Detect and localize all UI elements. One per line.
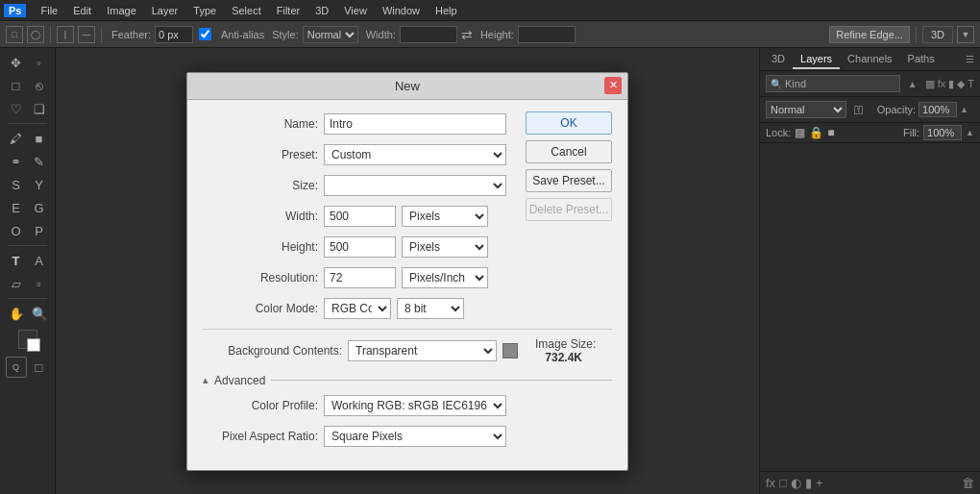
eyedropper-icon[interactable]: 🖍: [6, 128, 27, 149]
bit-depth-select[interactable]: 8 bit 16 bit 32 bit: [397, 298, 464, 319]
menu-layer[interactable]: Layer: [145, 3, 185, 18]
height-unit-select[interactable]: Pixels Inches: [402, 236, 488, 258]
style-select[interactable]: Normal: [303, 26, 358, 43]
fx-icon[interactable]: fx: [938, 78, 946, 90]
type-tool-icon[interactable]: T: [6, 250, 27, 271]
advanced-arrow-icon[interactable]: ▴: [203, 374, 208, 386]
layer-fx-icon[interactable]: fx: [766, 476, 775, 490]
layer-group-icon[interactable]: ▮: [805, 476, 812, 490]
bg-color-swatch[interactable]: [502, 343, 518, 358]
color-profile-select[interactable]: Working RGB: sRGB IEC61966-2.1: [324, 395, 506, 416]
pixel-ratio-label: Pixel Aspect Ratio:: [203, 430, 318, 443]
menu-filter[interactable]: Filter: [270, 3, 306, 18]
type-icon-filter[interactable]: T: [968, 78, 974, 90]
hand-tool-icon[interactable]: ✋: [6, 303, 27, 324]
adjustment-layer-icon[interactable]: ◐: [791, 476, 801, 490]
quick-mask-icon[interactable]: Q: [6, 357, 27, 378]
pixel-icon[interactable]: ▩: [925, 78, 935, 90]
tab-3d[interactable]: 3D: [764, 50, 793, 69]
shape-tool-icon[interactable]: ▱: [6, 273, 27, 294]
3d-dropdown-icon[interactable]: ▼: [957, 26, 974, 43]
tool-separator-1: [9, 123, 47, 124]
width-input[interactable]: [324, 206, 396, 227]
dodge-icon[interactable]: O: [6, 220, 27, 241]
menu-help[interactable]: Help: [429, 3, 464, 18]
pen-tool-icon[interactable]: P: [29, 220, 50, 241]
layer-mask-icon[interactable]: □: [779, 476, 787, 490]
blend-mode-row: Normal ⚿ Opacity: ▲: [760, 97, 980, 123]
lock-all-icon[interactable]: ■: [827, 126, 834, 139]
menu-file[interactable]: File: [34, 3, 64, 18]
tab-channels[interactable]: Channels: [840, 50, 899, 69]
resolution-input[interactable]: [324, 267, 396, 288]
ruler-icon[interactable]: ■: [29, 128, 50, 149]
save-preset-button[interactable]: Save Preset...: [526, 169, 612, 192]
marquee-rect-icon[interactable]: □: [6, 26, 23, 43]
blend-mode-select[interactable]: Normal: [766, 101, 846, 118]
artboard-tool-icon[interactable]: ◦: [29, 52, 50, 73]
lock-position-icon[interactable]: 🔒: [809, 126, 823, 139]
width-unit-select[interactable]: Pixels Inches cm: [402, 206, 488, 227]
fill-arrow[interactable]: ▲: [966, 128, 974, 137]
shape-icon-filter[interactable]: ◆: [957, 78, 965, 90]
eraser-icon[interactable]: E: [6, 197, 27, 218]
move-tool-icon[interactable]: ✥: [6, 52, 27, 73]
menu-select[interactable]: Select: [225, 3, 268, 18]
menu-image[interactable]: Image: [100, 3, 143, 18]
quick-select-icon[interactable]: ♡: [6, 98, 27, 119]
menu-view[interactable]: View: [337, 3, 374, 18]
anti-alias-checkbox[interactable]: [199, 28, 211, 40]
fill-input[interactable]: [923, 125, 962, 140]
menu-edit[interactable]: Edit: [66, 3, 98, 18]
menu-type[interactable]: Type: [186, 3, 223, 18]
menu-window[interactable]: Window: [376, 3, 427, 18]
ok-button[interactable]: OK: [526, 111, 612, 135]
zoom-tool-icon[interactable]: 🔍: [29, 303, 50, 324]
brush-tool-icon[interactable]: ✎: [29, 151, 50, 172]
marquee-tool-icon[interactable]: □: [6, 75, 27, 96]
feather-input[interactable]: [155, 26, 193, 43]
delete-layer-icon[interactable]: 🗑: [962, 476, 974, 490]
crop-tool-icon[interactable]: ❏: [29, 98, 50, 119]
gradient-icon-filter[interactable]: ▮: [948, 78, 954, 90]
image-size-label: Image Size:: [535, 337, 596, 351]
cancel-button[interactable]: Cancel: [526, 140, 612, 163]
menu-3d[interactable]: 3D: [308, 3, 335, 18]
pixel-ratio-select[interactable]: Square Pixels: [324, 426, 506, 447]
path-select-icon[interactable]: A: [29, 250, 50, 271]
color-mode-select[interactable]: RGB Color CMYK Grayscale: [324, 298, 391, 319]
bg-contents-select[interactable]: Transparent White Background Color: [348, 340, 497, 361]
width-input[interactable]: [400, 26, 457, 43]
resolution-unit-select[interactable]: Pixels/Inch Pixels/Cm: [402, 267, 488, 288]
height-input[interactable]: [324, 236, 396, 258]
height-input[interactable]: [518, 26, 576, 43]
marquee-row-icon[interactable]: —: [78, 26, 95, 43]
gradient-icon[interactable]: G: [29, 197, 50, 218]
lock-pixels-icon[interactable]: ▩: [795, 126, 805, 139]
screen-mode-icon[interactable]: □: [29, 357, 50, 378]
delete-preset-button[interactable]: Delete Preset...: [526, 198, 612, 221]
new-layer-icon[interactable]: +: [816, 476, 823, 490]
name-input[interactable]: [324, 113, 506, 135]
clone-stamp-icon[interactable]: S: [6, 174, 27, 195]
size-select[interactable]: [324, 175, 506, 196]
tab-paths[interactable]: Paths: [900, 50, 943, 69]
size-label: Size:: [203, 179, 318, 192]
tab-layers[interactable]: Layers: [793, 50, 840, 69]
lasso-tool-icon[interactable]: ⎋: [29, 75, 50, 96]
history-brush-icon[interactable]: Y: [29, 174, 50, 195]
3d-shape-icon[interactable]: ▫: [29, 273, 50, 294]
healing-brush-icon[interactable]: ⚭: [6, 151, 27, 172]
swap-icon[interactable]: ⇄: [461, 27, 473, 42]
foreground-color-swatch[interactable]: [18, 330, 37, 349]
panel-menu-icon[interactable]: ☰: [966, 54, 974, 64]
preset-select[interactable]: Custom: [324, 144, 506, 165]
layer-kind-input[interactable]: [785, 78, 895, 89]
dialog-close-button[interactable]: ✕: [604, 77, 622, 94]
bg-contents-row: Background Contents: Transparent White B…: [203, 337, 612, 364]
refine-edge-button[interactable]: Refine Edge...: [829, 26, 910, 43]
opacity-input[interactable]: [919, 102, 957, 117]
opacity-arrow[interactable]: ▲: [960, 105, 968, 114]
marquee-col-icon[interactable]: |: [57, 26, 74, 43]
marquee-ellipse-icon[interactable]: ◯: [27, 26, 44, 43]
